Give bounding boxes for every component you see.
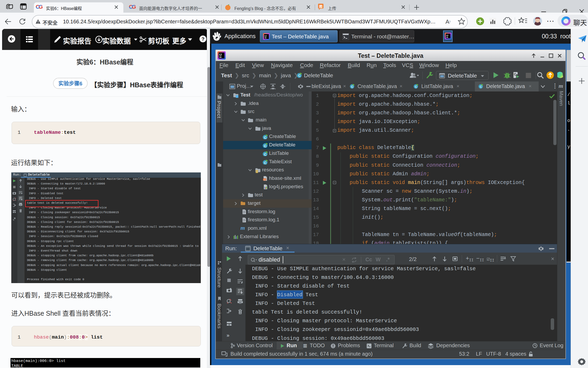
svg-text:IJ: IJ (265, 35, 267, 37)
svg-text:?: ? (202, 36, 205, 42)
svg-text:C: C (514, 73, 516, 76)
svg-text:IJ: IJ (446, 34, 448, 37)
svg-text:G: G (132, 4, 136, 10)
svg-text:<>: <> (264, 179, 266, 181)
svg-text:图: 图 (319, 4, 323, 8)
svg-text:G: G (39, 4, 43, 10)
